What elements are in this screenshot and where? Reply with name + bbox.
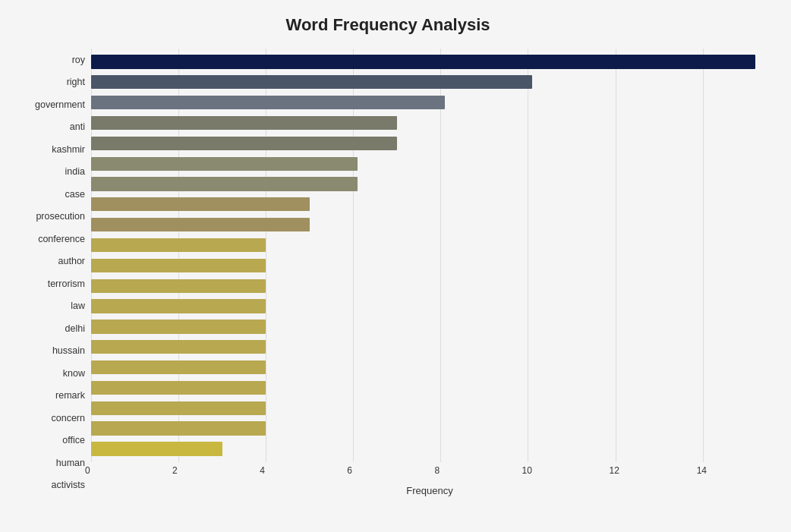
bar-row [91,194,768,215]
y-label: conference [38,235,85,244]
y-label: activists [52,480,85,490]
chart-container: Word Frequency Analysis royrightgovernme… [0,0,791,532]
y-label: law [71,301,85,311]
bar [91,75,532,89]
chart-area: royrightgovernmentantikashmirindiacasepr… [8,49,768,496]
y-label: hussain [52,346,85,356]
y-label: government [35,100,85,110]
bars-container [91,49,768,462]
y-label: know [63,369,85,379]
bottom-section: 02468101214 Frequency [91,462,768,496]
bar-row [91,378,768,398]
bar-row [91,174,768,194]
bar [91,320,266,333]
bar-row [91,215,768,235]
bar-row [91,52,768,72]
bar [91,381,266,395]
x-tick-label: 10 [522,465,531,476]
bar [91,55,755,68]
bar [91,401,266,415]
y-label: right [67,77,85,87]
bar [91,197,310,211]
bar-row [91,133,768,153]
bar [91,157,358,171]
bar-row [91,337,768,357]
y-label: author [58,257,85,266]
y-label: kashmir [52,145,85,155]
chart-title: Word Frequency Analysis [8,15,768,35]
bar [91,177,358,190]
y-label: concern [52,414,85,423]
bar-row [91,296,768,316]
bar-row [91,255,768,275]
bar-row [91,275,768,296]
y-label: office [62,436,85,445]
bars-and-grid: 02468101214 Frequency [91,49,768,496]
y-label: india [65,167,85,177]
x-tick-label: 6 [347,465,352,476]
x-axis-title: Frequency [91,485,768,496]
grid-and-bars [91,49,768,462]
y-label: anti [70,122,85,132]
x-tick-label: 2 [172,465,178,476]
x-tick-label: 12 [610,465,619,476]
bar-row [91,72,768,93]
bar [91,360,266,374]
bar [91,421,266,435]
x-axis-labels: 02468101214 [91,465,768,480]
bar-row [91,93,768,113]
bar [91,238,266,252]
bar-row [91,398,768,418]
x-tick-label: 0 [85,465,90,476]
y-label: remark [55,391,85,401]
bar [91,340,266,354]
bar-row [91,153,768,174]
bar [91,218,310,231]
y-label: case [65,190,85,200]
bar-row [91,316,768,337]
bar-row [91,235,768,256]
x-tick-label: 14 [697,465,707,476]
bar-row [91,418,768,439]
y-label: delhi [65,324,85,334]
y-axis-labels: royrightgovernmentantikashmirindiacasepr… [8,49,91,496]
bar [91,96,445,109]
bar [91,442,222,455]
y-label: prosecution [36,212,85,222]
x-tick-label: 4 [260,465,265,476]
bar [91,259,266,272]
y-label: roy [72,55,85,65]
bar [91,299,266,313]
bar-row [91,113,768,134]
bar-row [91,357,768,378]
bar [91,279,266,293]
bar [91,116,397,130]
y-label: human [56,458,85,468]
bar [91,137,397,150]
x-tick-label: 8 [434,465,440,476]
y-label: terrorism [48,279,85,289]
bar-row [91,439,768,459]
